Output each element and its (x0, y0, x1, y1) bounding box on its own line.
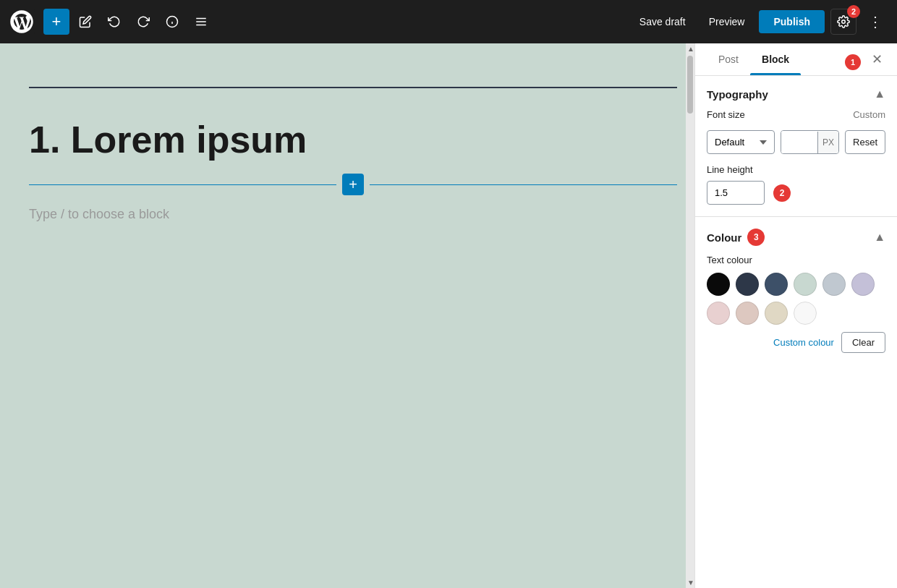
main-area: ▲ ▼ 1. Lorem ipsum + Type / to choose a … (0, 43, 897, 588)
tab-post[interactable]: Post (707, 43, 750, 75)
more-options-button[interactable]: ⋮ (862, 9, 888, 35)
colour-section: Colour 3 ▲ Text colour (695, 217, 897, 365)
heading-block[interactable]: 1. Lorem ipsum (29, 117, 677, 162)
font-size-reset-button[interactable]: Reset (845, 130, 885, 154)
custom-colour-button[interactable]: Custom colour (773, 337, 834, 348)
font-size-label: Font size (707, 109, 847, 120)
swatch-light-mint[interactable] (794, 273, 817, 296)
swatch-near-white[interactable] (794, 302, 817, 325)
line-height-input[interactable]: 1.5 (707, 181, 765, 205)
scrollbar-thumb (687, 56, 693, 114)
scroll-down-button[interactable]: ▼ (686, 577, 694, 588)
swatch-dark-navy[interactable] (736, 273, 759, 296)
colour-swatches-row1 (707, 273, 885, 296)
right-panel: Post Block ✕ 1 Typography ▲ Font size Cu… (694, 43, 897, 588)
insert-line: + (29, 174, 677, 195)
px-unit-label: PX (817, 132, 838, 153)
line-height-label: Line height (707, 164, 885, 175)
editor-canvas[interactable]: ▲ ▼ 1. Lorem ipsum + Type / to choose a … (0, 43, 694, 588)
save-draft-button[interactable]: Save draft (631, 10, 694, 33)
line-height-badge: 2 (773, 184, 791, 202)
panel-tabs: Post Block ✕ (695, 43, 897, 76)
typography-section: Typography ▲ Font size Custom Default Sm… (695, 76, 897, 217)
publish-button[interactable]: Publish (759, 10, 825, 33)
colour-badge: 3 (747, 229, 765, 246)
panel-close-button[interactable]: ✕ (869, 48, 885, 70)
settings-button[interactable]: 2 (830, 9, 856, 35)
swatch-light-tan[interactable] (765, 302, 788, 325)
wp-logo-icon (9, 9, 35, 35)
preview-button[interactable]: Preview (700, 10, 754, 33)
colour-swatches-row2 (707, 302, 885, 325)
typography-title: Typography (707, 88, 768, 101)
insert-plus-icon: + (349, 176, 357, 193)
swatch-black[interactable] (707, 273, 730, 296)
colour-collapse-button[interactable]: ▲ (874, 231, 885, 244)
plus-icon: + (52, 12, 61, 31)
typography-collapse-button[interactable]: ▲ (874, 88, 885, 101)
redo-button[interactable] (130, 9, 156, 35)
font-size-select[interactable]: Default Small Normal Medium Large X-Larg… (707, 130, 775, 154)
placeholder-text[interactable]: Type / to choose a block (29, 207, 677, 222)
swatch-light-lavender[interactable] (851, 273, 875, 296)
clear-button[interactable]: Clear (841, 332, 885, 353)
colour-footer: Custom colour Clear (707, 332, 885, 353)
colour-section-title: Colour (707, 231, 741, 244)
swatch-light-gray-blue[interactable] (822, 273, 846, 296)
insert-block-button[interactable]: + (342, 174, 364, 195)
info-button[interactable] (159, 9, 185, 35)
edit-mode-button[interactable] (72, 9, 98, 35)
swatch-light-pink[interactable] (707, 302, 730, 325)
font-size-px-input[interactable] (781, 131, 817, 153)
list-view-button[interactable] (188, 9, 214, 35)
tab-block[interactable]: Block (750, 43, 801, 75)
panel-badge-1: 1 (845, 54, 861, 70)
add-block-button[interactable]: + (43, 9, 69, 35)
custom-label: Custom (853, 109, 885, 120)
scroll-up-button[interactable]: ▲ (686, 43, 694, 54)
separator-line (29, 87, 677, 88)
svg-point-6 (842, 20, 846, 24)
settings-badge: 2 (847, 5, 860, 18)
swatch-light-peach[interactable] (736, 302, 759, 325)
toolbar: + Save draft Preview Publish 2 ⋮ (0, 0, 897, 43)
more-icon: ⋮ (868, 13, 883, 30)
undo-button[interactable] (101, 9, 127, 35)
text-colour-label: Text colour (707, 255, 885, 265)
swatch-dark-blue-gray[interactable] (765, 273, 788, 296)
